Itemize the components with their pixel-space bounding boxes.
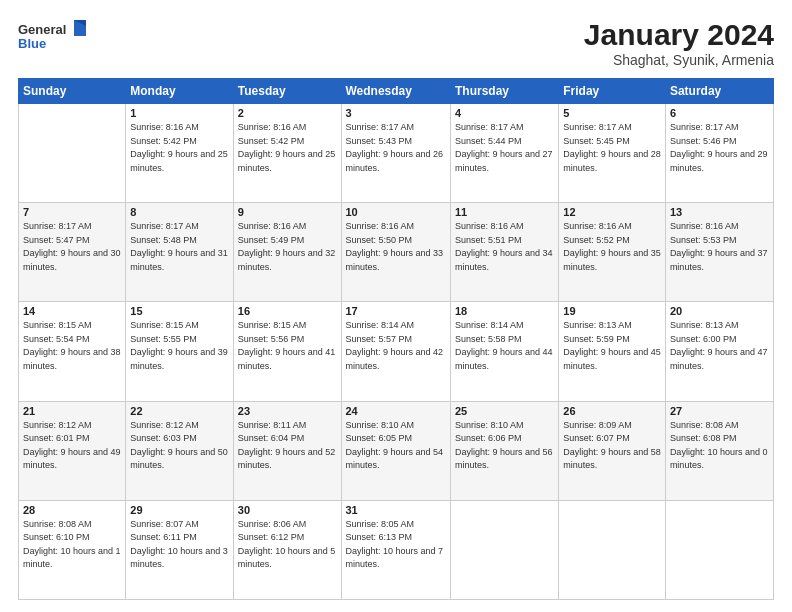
day-info: Sunrise: 8:16 AMSunset: 5:52 PMDaylight:…	[563, 221, 661, 272]
day-info: Sunrise: 8:17 AMSunset: 5:43 PMDaylight:…	[346, 122, 444, 173]
table-row: 28 Sunrise: 8:08 AMSunset: 6:10 PMDaylig…	[19, 500, 774, 599]
day-info: Sunrise: 8:14 AMSunset: 5:57 PMDaylight:…	[346, 320, 444, 371]
logo-svg: General Blue	[18, 18, 88, 54]
calendar-cell	[450, 500, 558, 599]
col-monday: Monday	[126, 79, 233, 104]
calendar-cell: 2 Sunrise: 8:16 AMSunset: 5:42 PMDayligh…	[233, 104, 341, 203]
day-number: 28	[23, 504, 121, 516]
calendar-cell: 15 Sunrise: 8:15 AMSunset: 5:55 PMDaylig…	[126, 302, 233, 401]
day-number: 24	[346, 405, 446, 417]
calendar-cell	[665, 500, 773, 599]
svg-text:Blue: Blue	[18, 36, 46, 51]
day-number: 10	[346, 206, 446, 218]
calendar-cell: 1 Sunrise: 8:16 AMSunset: 5:42 PMDayligh…	[126, 104, 233, 203]
svg-text:General: General	[18, 22, 66, 37]
calendar-cell	[559, 500, 666, 599]
calendar-cell: 18 Sunrise: 8:14 AMSunset: 5:58 PMDaylig…	[450, 302, 558, 401]
day-number: 29	[130, 504, 228, 516]
day-number: 13	[670, 206, 769, 218]
calendar-cell	[19, 104, 126, 203]
day-number: 30	[238, 504, 337, 516]
day-number: 21	[23, 405, 121, 417]
calendar-cell: 20 Sunrise: 8:13 AMSunset: 6:00 PMDaylig…	[665, 302, 773, 401]
day-info: Sunrise: 8:06 AMSunset: 6:12 PMDaylight:…	[238, 519, 336, 570]
day-number: 17	[346, 305, 446, 317]
day-info: Sunrise: 8:16 AMSunset: 5:49 PMDaylight:…	[238, 221, 336, 272]
day-number: 25	[455, 405, 554, 417]
col-saturday: Saturday	[665, 79, 773, 104]
day-info: Sunrise: 8:11 AMSunset: 6:04 PMDaylight:…	[238, 420, 336, 471]
day-number: 22	[130, 405, 228, 417]
day-info: Sunrise: 8:05 AMSunset: 6:13 PMDaylight:…	[346, 519, 444, 570]
day-info: Sunrise: 8:13 AMSunset: 6:00 PMDaylight:…	[670, 320, 768, 371]
day-info: Sunrise: 8:07 AMSunset: 6:11 PMDaylight:…	[130, 519, 228, 570]
calendar-cell: 3 Sunrise: 8:17 AMSunset: 5:43 PMDayligh…	[341, 104, 450, 203]
calendar-cell: 9 Sunrise: 8:16 AMSunset: 5:49 PMDayligh…	[233, 203, 341, 302]
day-number: 20	[670, 305, 769, 317]
calendar-cell: 22 Sunrise: 8:12 AMSunset: 6:03 PMDaylig…	[126, 401, 233, 500]
calendar-cell: 21 Sunrise: 8:12 AMSunset: 6:01 PMDaylig…	[19, 401, 126, 500]
col-thursday: Thursday	[450, 79, 558, 104]
calendar-cell: 19 Sunrise: 8:13 AMSunset: 5:59 PMDaylig…	[559, 302, 666, 401]
day-number: 19	[563, 305, 661, 317]
day-number: 3	[346, 107, 446, 119]
day-info: Sunrise: 8:13 AMSunset: 5:59 PMDaylight:…	[563, 320, 661, 371]
day-number: 18	[455, 305, 554, 317]
day-number: 8	[130, 206, 228, 218]
calendar-cell: 8 Sunrise: 8:17 AMSunset: 5:48 PMDayligh…	[126, 203, 233, 302]
col-sunday: Sunday	[19, 79, 126, 104]
calendar-cell: 10 Sunrise: 8:16 AMSunset: 5:50 PMDaylig…	[341, 203, 450, 302]
col-wednesday: Wednesday	[341, 79, 450, 104]
day-number: 6	[670, 107, 769, 119]
day-info: Sunrise: 8:16 AMSunset: 5:51 PMDaylight:…	[455, 221, 553, 272]
day-info: Sunrise: 8:16 AMSunset: 5:53 PMDaylight:…	[670, 221, 768, 272]
calendar-cell: 14 Sunrise: 8:15 AMSunset: 5:54 PMDaylig…	[19, 302, 126, 401]
day-info: Sunrise: 8:12 AMSunset: 6:01 PMDaylight:…	[23, 420, 121, 471]
calendar-cell: 5 Sunrise: 8:17 AMSunset: 5:45 PMDayligh…	[559, 104, 666, 203]
calendar-cell: 29 Sunrise: 8:07 AMSunset: 6:11 PMDaylig…	[126, 500, 233, 599]
day-info: Sunrise: 8:16 AMSunset: 5:42 PMDaylight:…	[238, 122, 336, 173]
logo: General Blue	[18, 18, 88, 54]
calendar-cell: 4 Sunrise: 8:17 AMSunset: 5:44 PMDayligh…	[450, 104, 558, 203]
calendar-cell: 12 Sunrise: 8:16 AMSunset: 5:52 PMDaylig…	[559, 203, 666, 302]
day-number: 1	[130, 107, 228, 119]
day-info: Sunrise: 8:08 AMSunset: 6:08 PMDaylight:…	[670, 420, 768, 471]
day-info: Sunrise: 8:15 AMSunset: 5:56 PMDaylight:…	[238, 320, 336, 371]
calendar-cell: 24 Sunrise: 8:10 AMSunset: 6:05 PMDaylig…	[341, 401, 450, 500]
day-info: Sunrise: 8:08 AMSunset: 6:10 PMDaylight:…	[23, 519, 121, 570]
day-info: Sunrise: 8:15 AMSunset: 5:55 PMDaylight:…	[130, 320, 228, 371]
calendar-cell: 26 Sunrise: 8:09 AMSunset: 6:07 PMDaylig…	[559, 401, 666, 500]
day-number: 27	[670, 405, 769, 417]
title-location: Shaghat, Syunik, Armenia	[584, 52, 774, 68]
calendar-cell: 11 Sunrise: 8:16 AMSunset: 5:51 PMDaylig…	[450, 203, 558, 302]
page: General Blue January 2024 Shaghat, Syuni…	[0, 0, 792, 612]
day-number: 14	[23, 305, 121, 317]
calendar-cell: 30 Sunrise: 8:06 AMSunset: 6:12 PMDaylig…	[233, 500, 341, 599]
calendar-cell: 7 Sunrise: 8:17 AMSunset: 5:47 PMDayligh…	[19, 203, 126, 302]
calendar-cell: 31 Sunrise: 8:05 AMSunset: 6:13 PMDaylig…	[341, 500, 450, 599]
col-tuesday: Tuesday	[233, 79, 341, 104]
day-number: 12	[563, 206, 661, 218]
day-number: 7	[23, 206, 121, 218]
day-info: Sunrise: 8:14 AMSunset: 5:58 PMDaylight:…	[455, 320, 553, 371]
day-info: Sunrise: 8:17 AMSunset: 5:48 PMDaylight:…	[130, 221, 228, 272]
day-number: 11	[455, 206, 554, 218]
day-info: Sunrise: 8:10 AMSunset: 6:05 PMDaylight:…	[346, 420, 444, 471]
day-info: Sunrise: 8:12 AMSunset: 6:03 PMDaylight:…	[130, 420, 228, 471]
day-number: 4	[455, 107, 554, 119]
day-number: 23	[238, 405, 337, 417]
day-number: 2	[238, 107, 337, 119]
day-info: Sunrise: 8:17 AMSunset: 5:47 PMDaylight:…	[23, 221, 121, 272]
title-month: January 2024	[584, 18, 774, 52]
day-info: Sunrise: 8:17 AMSunset: 5:46 PMDaylight:…	[670, 122, 768, 173]
day-number: 31	[346, 504, 446, 516]
header-row: Sunday Monday Tuesday Wednesday Thursday…	[19, 79, 774, 104]
header: General Blue January 2024 Shaghat, Syuni…	[18, 18, 774, 68]
day-info: Sunrise: 8:10 AMSunset: 6:06 PMDaylight:…	[455, 420, 553, 471]
calendar-cell: 17 Sunrise: 8:14 AMSunset: 5:57 PMDaylig…	[341, 302, 450, 401]
calendar-cell: 16 Sunrise: 8:15 AMSunset: 5:56 PMDaylig…	[233, 302, 341, 401]
calendar-cell: 28 Sunrise: 8:08 AMSunset: 6:10 PMDaylig…	[19, 500, 126, 599]
calendar-cell: 6 Sunrise: 8:17 AMSunset: 5:46 PMDayligh…	[665, 104, 773, 203]
table-row: 14 Sunrise: 8:15 AMSunset: 5:54 PMDaylig…	[19, 302, 774, 401]
title-block: January 2024 Shaghat, Syunik, Armenia	[584, 18, 774, 68]
